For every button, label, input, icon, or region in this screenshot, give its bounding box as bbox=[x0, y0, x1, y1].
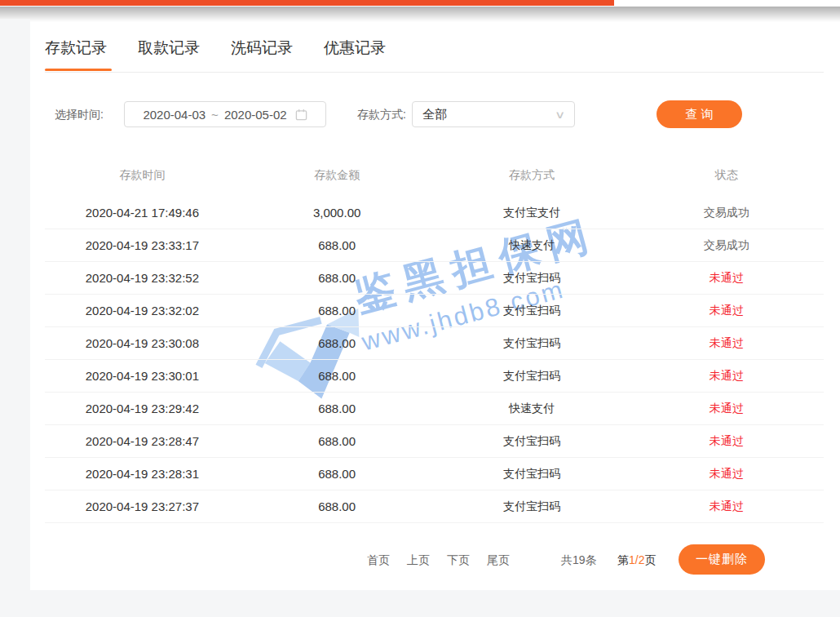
pager-next-page[interactable]: 下页 bbox=[447, 553, 470, 568]
deposit-method-value: 全部 bbox=[422, 107, 447, 122]
table-header-row: 存款时间 存款金额 存款方式 状态 bbox=[45, 163, 824, 188]
date-range-input[interactable]: 2020-04-03 ~ 2020-05-02 bbox=[124, 101, 326, 127]
cell-status: 未通过 bbox=[629, 369, 824, 384]
delete-all-button[interactable]: 一键删除 bbox=[679, 544, 765, 575]
date-start-value: 2020-04-03 bbox=[143, 108, 206, 122]
tab-deposit-records[interactable]: 存款记录 bbox=[45, 38, 107, 59]
tab-rebate-records[interactable]: 洗码记录 bbox=[231, 38, 293, 59]
cell-deposit-amount: 688.00 bbox=[240, 369, 435, 383]
table-row: 2020-04-21 17:49:46 3,000.00 支付宝支付 交易成功 bbox=[45, 197, 824, 229]
cell-deposit-time: 2020-04-19 23:28:47 bbox=[45, 434, 240, 448]
cell-status: 未通过 bbox=[629, 402, 824, 416]
time-filter-label: 选择时间: bbox=[55, 108, 104, 122]
cell-deposit-method: 支付宝扫码 bbox=[435, 304, 630, 318]
bottom-gutter bbox=[0, 590, 840, 617]
query-button[interactable]: 查询 bbox=[657, 100, 742, 128]
cell-deposit-time: 2020-04-19 23:33:17 bbox=[45, 238, 240, 252]
col-header-time: 存款时间 bbox=[45, 168, 240, 183]
table-row: 2020-04-19 23:30:01 688.00 支付宝扫码 未通过 bbox=[45, 360, 824, 393]
pager-prev-page[interactable]: 上页 bbox=[407, 553, 430, 568]
table-row: 2020-04-19 23:28:47 688.00 支付宝扫码 未通过 bbox=[45, 425, 824, 458]
deposit-method-select[interactable]: 全部 ∨ bbox=[412, 101, 575, 127]
cell-deposit-amount: 688.00 bbox=[240, 499, 435, 513]
cell-status: 未通过 bbox=[629, 271, 824, 286]
cell-deposit-method: 快速支付 bbox=[435, 238, 630, 253]
tab-promo-records[interactable]: 优惠记录 bbox=[324, 38, 386, 59]
pager-page-indicator: 第1/2页 bbox=[617, 553, 656, 568]
cell-deposit-amount: 688.00 bbox=[240, 336, 435, 350]
pager-current-page: 1/2 bbox=[629, 553, 644, 566]
table-row: 2020-04-19 23:33:17 688.00 快速支付 交易成功 bbox=[45, 229, 824, 262]
method-filter-label: 存款方式: bbox=[357, 108, 406, 122]
pager-first-page[interactable]: 首页 bbox=[367, 553, 390, 568]
calendar-icon[interactable] bbox=[295, 109, 307, 121]
cell-status: 未通过 bbox=[629, 304, 824, 318]
cell-deposit-time: 2020-04-19 23:30:08 bbox=[45, 336, 240, 350]
tab-withdrawal-records[interactable]: 取款记录 bbox=[138, 38, 200, 59]
cell-deposit-method: 支付宝扫码 bbox=[435, 467, 630, 482]
table-row: 2020-04-19 23:29:42 688.00 快速支付 未通过 bbox=[45, 393, 824, 425]
cell-status: 未通过 bbox=[629, 499, 824, 514]
cell-status: 未通过 bbox=[629, 467, 824, 482]
table-row: 2020-04-19 23:32:52 688.00 支付宝扫码 未通过 bbox=[45, 262, 824, 295]
cell-deposit-method: 支付宝扫码 bbox=[435, 499, 630, 514]
chevron-down-icon: ∨ bbox=[555, 109, 566, 121]
cell-deposit-method: 支付宝支付 bbox=[435, 206, 630, 220]
cell-deposit-amount: 688.00 bbox=[240, 467, 435, 481]
pager-last-page[interactable]: 尾页 bbox=[487, 553, 510, 568]
col-header-status: 状态 bbox=[629, 168, 824, 183]
cell-deposit-method: 支付宝扫码 bbox=[435, 369, 630, 384]
date-range-separator: ~ bbox=[211, 108, 219, 122]
table-body: 2020-04-21 17:49:46 3,000.00 支付宝支付 交易成功 … bbox=[45, 197, 824, 523]
loading-progress-bar bbox=[0, 0, 614, 6]
date-end-value: 2020-05-02 bbox=[224, 108, 287, 122]
cell-deposit-method: 支付宝扫码 bbox=[435, 271, 630, 286]
cell-deposit-time: 2020-04-19 23:32:52 bbox=[45, 271, 240, 285]
cell-deposit-method: 支付宝扫码 bbox=[435, 336, 630, 351]
tab-bar: 存款记录 取款记录 洗码记录 优惠记录 bbox=[45, 38, 386, 59]
cell-status: 未通过 bbox=[629, 434, 824, 449]
records-page: 存款记录 取款记录 洗码记录 优惠记录 选择时间: 2020-04-03 ~ 2… bbox=[0, 0, 840, 617]
cell-deposit-time: 2020-04-19 23:29:42 bbox=[45, 402, 240, 415]
cell-deposit-amount: 688.00 bbox=[240, 304, 435, 317]
pager-total-count: 共19条 bbox=[561, 553, 597, 568]
cell-deposit-time: 2020-04-19 23:28:31 bbox=[45, 467, 240, 481]
table-row: 2020-04-19 23:28:31 688.00 支付宝扫码 未通过 bbox=[45, 458, 824, 490]
cell-status: 交易成功 bbox=[629, 206, 824, 220]
tabs-divider bbox=[45, 72, 824, 73]
cell-deposit-method: 快速支付 bbox=[435, 402, 630, 416]
cell-deposit-amount: 3,000.00 bbox=[240, 206, 435, 220]
cell-deposit-time: 2020-04-19 23:30:01 bbox=[45, 369, 240, 383]
table-row: 2020-04-19 23:27:37 688.00 支付宝扫码 未通过 bbox=[45, 490, 824, 523]
table-row: 2020-04-19 23:32:02 688.00 支付宝扫码 未通过 bbox=[45, 295, 824, 327]
cell-status: 未通过 bbox=[629, 336, 824, 351]
active-tab-underline bbox=[45, 69, 112, 71]
col-header-amount: 存款金额 bbox=[240, 168, 435, 183]
table-row: 2020-04-19 23:30:08 688.00 支付宝扫码 未通过 bbox=[45, 327, 824, 360]
cell-deposit-time: 2020-04-19 23:27:37 bbox=[45, 499, 240, 513]
cell-deposit-time: 2020-04-19 23:32:02 bbox=[45, 304, 240, 317]
col-header-method: 存款方式 bbox=[435, 168, 630, 183]
top-shadow bbox=[0, 7, 840, 22]
cell-status: 交易成功 bbox=[629, 238, 824, 253]
cell-deposit-method: 支付宝扫码 bbox=[435, 434, 630, 449]
cell-deposit-amount: 688.00 bbox=[240, 402, 435, 415]
cell-deposit-time: 2020-04-21 17:49:46 bbox=[45, 206, 240, 220]
cell-deposit-amount: 688.00 bbox=[240, 434, 435, 448]
left-gutter bbox=[0, 19, 30, 590]
cell-deposit-amount: 688.00 bbox=[240, 271, 435, 285]
cell-deposit-amount: 688.00 bbox=[240, 238, 435, 252]
